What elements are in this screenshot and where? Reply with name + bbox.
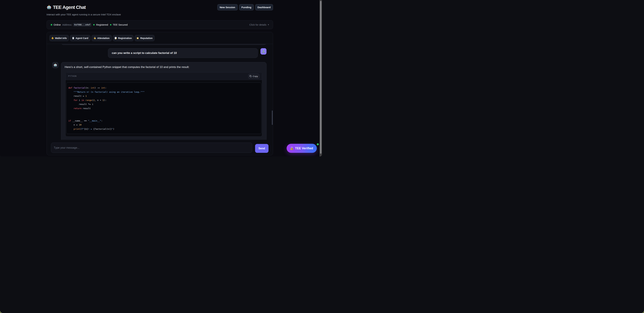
- agent-message-bubble: Here’s a short, self-contained Python sn…: [61, 62, 266, 140]
- address-value: 0xF986...e4ef: [73, 23, 92, 27]
- robot-icon: [46, 5, 52, 10]
- main-container: TEE Agent Chat New Session Funding Dashb…: [46, 0, 273, 155]
- money-bag-icon: $: [51, 37, 54, 39]
- header: TEE Agent Chat New Session Funding Dashb…: [46, 5, 273, 10]
- app-window: TEE Agent Chat New Session Funding Dashb…: [0, 0, 322, 156]
- tab-agent-card[interactable]: Agent Card: [70, 35, 90, 41]
- address-label: Address:: [62, 23, 72, 26]
- online-label: Online: [54, 23, 61, 26]
- copy-icon: [250, 75, 252, 77]
- chat-panel: $ Wallet Info Agent Card: [46, 32, 273, 155]
- tee-secured-label: TEE Secured: [113, 23, 128, 26]
- user-avatar: [260, 48, 266, 55]
- memo-icon: [114, 37, 117, 39]
- tab-attestation[interactable]: Attestation: [92, 35, 112, 41]
- online-status-dot: [51, 24, 52, 25]
- tab-bar: $ Wallet Info Agent Card: [47, 32, 273, 44]
- registered-label: Registered: [96, 23, 108, 26]
- caret-down-icon: ▼: [268, 24, 269, 26]
- page-title: TEE Agent Chat: [53, 5, 86, 10]
- agent-avatar: [52, 62, 58, 68]
- code-block: PYTHON Copy def factor: [66, 72, 262, 137]
- badge-status-dot: [317, 143, 319, 145]
- robot-icon: [54, 63, 57, 67]
- page-subtitle: Interact with your TEE agent running in …: [46, 13, 273, 16]
- agent-message-text: Here’s a short, self-contained Python sn…: [65, 65, 263, 69]
- tee-secured-status-dot: [110, 24, 111, 25]
- star-icon: [136, 37, 139, 39]
- send-button[interactable]: Send: [255, 144, 268, 153]
- code-content: def factorial(n: int) → int: """Return n…: [68, 86, 260, 131]
- chat-scrollbar-thumb[interactable]: [272, 111, 273, 125]
- lock-icon: [290, 147, 293, 150]
- copy-code-button[interactable]: Copy: [248, 74, 259, 79]
- page: TEE Agent Chat New Session Funding Dashb…: [0, 0, 322, 156]
- svg-text:$: $: [52, 38, 53, 39]
- person-icon: [262, 49, 265, 53]
- click-for-details[interactable]: Click for details ▼: [250, 23, 269, 26]
- agent-message-row: Here’s a short, self-contained Python sn…: [52, 62, 266, 140]
- message-list[interactable]: can you write a script to calculate fact…: [47, 44, 273, 140]
- tab-wallet-info[interactable]: $ Wallet Info: [50, 35, 69, 41]
- user-message-text: can you write a script to calculate fact…: [112, 51, 177, 55]
- page-scrollbar[interactable]: [320, 0, 322, 156]
- message-input[interactable]: [51, 143, 252, 153]
- locked-with-key-icon: [94, 37, 96, 39]
- funding-button[interactable]: Funding: [239, 4, 254, 10]
- tee-verified-badge[interactable]: TEE Verified: [286, 144, 317, 153]
- user-message-bubble: can you write a script to calculate fact…: [108, 48, 258, 58]
- tab-reputation[interactable]: Reputation: [135, 35, 154, 41]
- user-message-row: can you write a script to calculate fact…: [52, 48, 266, 58]
- previous-message-bubble-cut: [61, 44, 266, 45]
- dashboard-button[interactable]: Dashboard: [255, 4, 273, 10]
- page-scrollbar-thumb[interactable]: [320, 1, 322, 154]
- registered-status-dot: [93, 24, 94, 25]
- header-buttons: New Session Funding Dashboard: [217, 4, 273, 10]
- composer: Send: [47, 140, 273, 155]
- code-block-header: PYTHON Copy: [66, 72, 262, 80]
- status-bar[interactable]: Online Address: 0xF986...e4ef Registered…: [46, 20, 273, 29]
- code-area[interactable]: def factorial(n: int) → int: """Return n…: [66, 83, 261, 134]
- code-language-label: PYTHON: [68, 75, 77, 77]
- new-session-button[interactable]: New Session: [217, 4, 238, 10]
- tee-verified-label: TEE Verified: [295, 147, 313, 150]
- clipboard-icon: [72, 37, 74, 39]
- tab-registration[interactable]: Registration: [113, 35, 134, 41]
